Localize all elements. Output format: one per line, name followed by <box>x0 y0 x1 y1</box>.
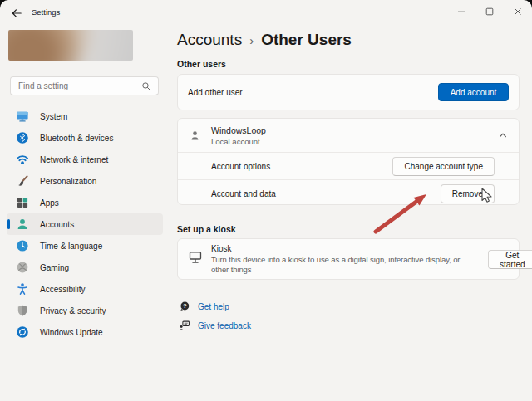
back-arrow-icon <box>10 7 23 20</box>
change-account-type-button[interactable]: Change account type <box>392 157 495 176</box>
svg-text:?: ? <box>183 303 186 310</box>
system-icon <box>16 110 29 123</box>
other-users-section-label: Other users <box>177 59 226 69</box>
sidebar-item-time-language[interactable]: Time & language <box>7 235 163 257</box>
user-profile-blurred[interactable] <box>8 30 133 61</box>
sidebar-item-system[interactable]: System <box>7 105 163 127</box>
account-type: Local account <box>211 137 488 146</box>
sidebar-item-label: Privacy & security <box>40 306 106 315</box>
gaming-icon <box>16 261 29 274</box>
kiosk-card: Kiosk Turn this device into a kiosk to u… <box>177 238 520 280</box>
sidebar-item-gaming[interactable]: Gaming <box>7 257 163 278</box>
time-language-icon <box>16 239 29 252</box>
sidebar-item-label: Bluetooth & devices <box>40 134 113 143</box>
account-options-label: Account options <box>211 162 392 171</box>
back-button[interactable] <box>10 7 23 20</box>
account-expander-header[interactable]: WindowsLoop Local account <box>178 119 519 152</box>
sidebar: System Bluetooth & devices Network & int… <box>0 25 170 401</box>
main-content: Accounts › Other Users Other users Add o… <box>177 25 520 401</box>
close-icon <box>513 7 523 17</box>
sidebar-item-privacy[interactable]: Privacy & security <box>7 300 163 321</box>
account-options-row: Account options Change account type <box>178 153 519 179</box>
accounts-icon <box>16 218 29 231</box>
sidebar-item-label: Gaming <box>40 263 69 272</box>
account-name: WindowsLoop <box>211 125 488 135</box>
sidebar-item-accessibility[interactable]: Accessibility <box>7 278 163 300</box>
sidebar-item-label: Time & language <box>40 242 102 251</box>
sidebar-item-accounts[interactable]: Accounts <box>7 213 163 235</box>
kiosk-text: Kiosk Turn this device into a kiosk to u… <box>211 244 480 273</box>
give-feedback-link[interactable]: Give feedback <box>179 319 251 332</box>
network-icon <box>16 153 29 166</box>
sidebar-item-network[interactable]: Network & internet <box>7 149 163 170</box>
add-user-card: Add other user Add account <box>177 74 520 110</box>
windows-update-icon <box>16 325 29 339</box>
get-started-button[interactable]: Get started <box>488 250 532 269</box>
kiosk-description: Turn this device into a kiosk to use as … <box>211 255 473 273</box>
sidebar-item-label: Accessibility <box>40 285 85 294</box>
remove-button[interactable]: Remove <box>441 184 495 203</box>
sidebar-item-apps[interactable]: Apps <box>7 192 163 213</box>
selected-accent-pill <box>7 219 10 229</box>
get-help-icon: ? <box>179 301 190 312</box>
kiosk-section-label: Set up a kiosk <box>177 224 236 234</box>
sidebar-item-label: Accounts <box>40 220 74 229</box>
breadcrumb: Accounts › Other Users <box>177 31 352 49</box>
add-account-button[interactable]: Add account <box>438 83 509 101</box>
maximize-button[interactable] <box>475 0 504 23</box>
feedback-icon <box>179 320 190 331</box>
account-identity: WindowsLoop Local account <box>211 125 488 146</box>
account-and-data-label: Account and data <box>211 189 441 198</box>
account-data-row: Account and data Remove <box>178 180 519 207</box>
bluetooth-icon <box>16 131 29 144</box>
apps-icon <box>16 196 29 209</box>
settings-window: Settings <box>0 0 532 401</box>
sidebar-item-bluetooth[interactable]: Bluetooth & devices <box>7 127 163 149</box>
get-help-label: Get help <box>198 302 229 311</box>
page-title: Other Users <box>261 31 352 49</box>
sidebar-nav: System Bluetooth & devices Network & int… <box>7 105 163 343</box>
close-button[interactable] <box>504 0 532 23</box>
windowsloop-account-card: WindowsLoop Local account Account option… <box>177 118 520 205</box>
sidebar-item-personalization[interactable]: Personalization <box>7 170 163 192</box>
breadcrumb-accounts[interactable]: Accounts <box>177 31 242 49</box>
sidebar-item-label: Windows Update <box>40 328 103 337</box>
kiosk-icon <box>188 250 203 268</box>
privacy-icon <box>16 304 29 317</box>
user-icon <box>189 130 201 142</box>
personalization-icon <box>16 174 29 188</box>
search-box <box>10 76 159 95</box>
sidebar-item-label: System <box>40 112 67 121</box>
sidebar-item-label: Personalization <box>40 177 96 186</box>
window-title: Settings <box>32 7 60 17</box>
sidebar-item-windows-update[interactable]: Windows Update <box>7 321 163 343</box>
add-other-user-label: Add other user <box>188 88 438 97</box>
footer-links: ? Get help Give feedback <box>179 300 251 338</box>
profile-blur-image <box>8 30 133 61</box>
title-bar: Settings <box>0 0 532 25</box>
accessibility-icon <box>16 282 29 296</box>
kiosk-title: Kiosk <box>211 244 473 253</box>
get-help-link[interactable]: ? Get help <box>179 300 251 313</box>
minimize-icon <box>456 7 466 17</box>
sidebar-item-label: Network & internet <box>40 155 108 164</box>
minimize-button[interactable] <box>447 0 475 23</box>
search-input[interactable] <box>11 81 141 90</box>
search-icon <box>141 81 151 91</box>
breadcrumb-separator: › <box>242 33 261 47</box>
maximize-icon <box>485 7 495 17</box>
give-feedback-label: Give feedback <box>198 321 251 330</box>
chevron-up-icon[interactable] <box>498 130 508 140</box>
sidebar-item-label: Apps <box>40 198 59 208</box>
